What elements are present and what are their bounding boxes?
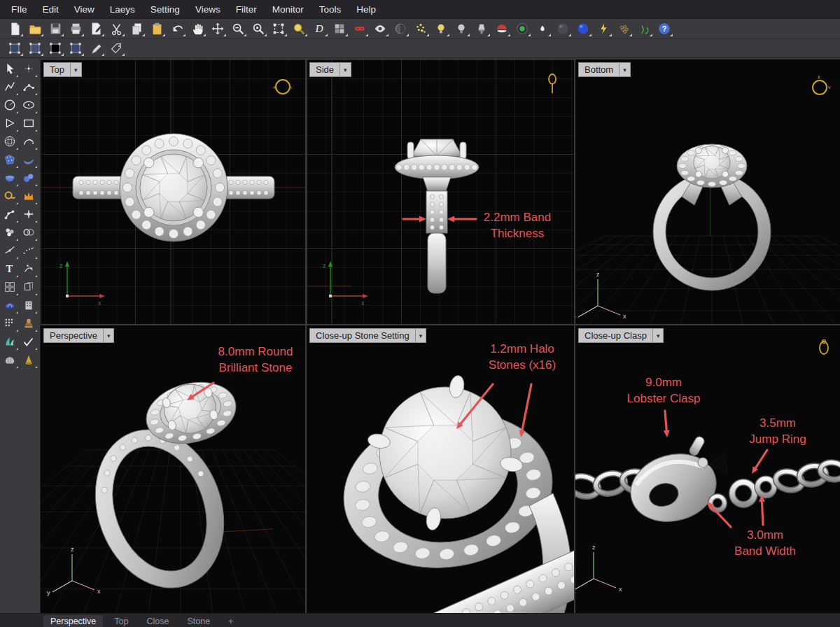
droplet-material-icon[interactable] bbox=[533, 20, 552, 37]
viewport-label-bottom[interactable]: Bottom ▾ bbox=[578, 62, 631, 77]
menu-layers[interactable]: Laeys bbox=[103, 2, 142, 17]
circle-tool-icon[interactable] bbox=[1, 97, 18, 113]
curve-handles-icon[interactable] bbox=[20, 260, 37, 277]
surface-bowl-icon[interactable] bbox=[1, 169, 18, 186]
organic-helper-icon[interactable] bbox=[635, 20, 653, 37]
cut-icon[interactable] bbox=[107, 20, 125, 37]
chevron-down-icon[interactable]: ▾ bbox=[103, 328, 115, 343]
viewport-layout-icon[interactable] bbox=[330, 20, 349, 37]
copy-icon[interactable] bbox=[127, 20, 146, 37]
search-scene-icon[interactable] bbox=[290, 20, 308, 37]
shaded-mode-icon[interactable] bbox=[391, 20, 410, 37]
lightning-icon[interactable] bbox=[594, 20, 612, 37]
menu-help[interactable]: Help bbox=[349, 2, 383, 17]
new-document-icon[interactable] bbox=[6, 20, 24, 37]
select-box-outline-icon[interactable] bbox=[46, 40, 64, 57]
snail-shell-icon[interactable] bbox=[1, 188, 18, 204]
viewport-top[interactable]: zx Top ▾ 4tt bbox=[41, 59, 305, 324]
blob-tool-icon[interactable] bbox=[20, 169, 37, 186]
annotate-export-icon[interactable] bbox=[87, 20, 105, 37]
viewport-label-clasp[interactable]: Close-up Clasp ▾ bbox=[578, 328, 664, 343]
dotted-curve-icon[interactable] bbox=[20, 242, 37, 259]
rectangle-tool-icon[interactable] bbox=[20, 115, 37, 132]
dome-tool-icon[interactable] bbox=[1, 297, 18, 314]
zoom-out-icon[interactable] bbox=[229, 20, 247, 37]
menu-monitor[interactable]: Monitor bbox=[265, 2, 311, 17]
select-box-shaded-icon[interactable] bbox=[26, 40, 44, 57]
select-box-filled-icon[interactable] bbox=[6, 40, 24, 57]
material-red-icon[interactable] bbox=[493, 20, 511, 37]
viewport-side[interactable]: zx Side ▾ 2.2mm Band Thickness bbox=[307, 59, 574, 324]
rotate-view-icon[interactable]: D bbox=[310, 20, 328, 37]
chevron-down-icon[interactable]: ▾ bbox=[340, 62, 351, 77]
add-view-tab-button[interactable]: + bbox=[221, 615, 240, 627]
select-region-icon[interactable] bbox=[270, 20, 288, 37]
viewport-label-stone-setting[interactable]: Close-up Stone Setting ▾ bbox=[309, 328, 426, 343]
menu-setting[interactable]: Setting bbox=[144, 2, 187, 17]
spotlight-icon[interactable] bbox=[472, 20, 491, 37]
menu-file[interactable]: FIle bbox=[4, 2, 34, 17]
view-tab-close[interactable]: Close bbox=[139, 615, 176, 627]
viewport-label-perspective[interactable]: Perspective ▾ bbox=[43, 328, 114, 343]
text-tool-icon[interactable]: T bbox=[1, 260, 18, 277]
menu-filter[interactable]: Filter bbox=[229, 2, 264, 17]
view-tab-perspective[interactable]: Perspective bbox=[43, 615, 103, 627]
chevron-down-icon[interactable]: ▾ bbox=[415, 328, 427, 343]
light-bulb-icon[interactable] bbox=[432, 20, 450, 37]
chevron-down-icon[interactable]: ▾ bbox=[652, 328, 664, 343]
panel-copy-icon[interactable] bbox=[20, 279, 37, 295]
surface-bend-icon[interactable] bbox=[20, 151, 37, 168]
chevron-down-icon[interactable]: ▾ bbox=[70, 62, 82, 77]
zoom-in-icon[interactable] bbox=[249, 20, 267, 37]
display-eye-icon[interactable] bbox=[371, 20, 389, 37]
target-green-icon[interactable] bbox=[513, 20, 531, 37]
surface-patch-icon[interactable] bbox=[1, 151, 18, 168]
building-tool-icon[interactable] bbox=[20, 297, 37, 314]
shell-teal-icon[interactable] bbox=[1, 333, 18, 350]
label-tag-icon[interactable] bbox=[107, 40, 125, 57]
joint-tool-icon[interactable] bbox=[1, 206, 18, 223]
grid-boxes-icon[interactable] bbox=[1, 279, 18, 295]
move-icon[interactable] bbox=[209, 20, 227, 37]
print-icon[interactable] bbox=[66, 20, 85, 37]
gem-cluster-icon[interactable] bbox=[615, 20, 633, 37]
polyline-tool-icon[interactable] bbox=[1, 78, 18, 95]
pan-hand-icon[interactable] bbox=[188, 20, 206, 37]
viewport-bottom[interactable]: zyx Bottom ▾ x̄v bbox=[575, 59, 840, 324]
arc-tool-icon[interactable] bbox=[20, 133, 37, 150]
viewport-label-side[interactable]: Side ▾ bbox=[309, 62, 351, 77]
view-tab-stone[interactable]: Stone bbox=[180, 615, 217, 627]
point-tool-icon[interactable] bbox=[20, 60, 37, 77]
cone-gold-icon[interactable] bbox=[20, 351, 37, 368]
molecule-tool-icon[interactable] bbox=[1, 224, 18, 241]
rings-pair-icon[interactable] bbox=[20, 224, 37, 241]
help-icon[interactable]: ? bbox=[655, 20, 673, 37]
paste-icon[interactable] bbox=[148, 20, 166, 37]
render-strip-icon[interactable] bbox=[351, 20, 369, 37]
pointer-icon[interactable] bbox=[1, 60, 18, 77]
open-folder-icon[interactable] bbox=[26, 20, 44, 37]
check-tool-icon[interactable] bbox=[20, 333, 37, 350]
shell-gray-icon[interactable] bbox=[1, 351, 18, 368]
view-tab-top[interactable]: Top bbox=[107, 615, 135, 627]
array-dots-icon[interactable] bbox=[1, 315, 18, 332]
viewport-stone-setting[interactable]: Close-up Stone Setting ▾ 1.2mm Halo Ston… bbox=[307, 325, 574, 613]
menu-tools[interactable]: Tools bbox=[312, 2, 349, 17]
sphere-blue-icon[interactable] bbox=[574, 20, 592, 37]
menu-view[interactable]: View bbox=[67, 2, 102, 17]
ellipse-tool-icon[interactable] bbox=[20, 97, 37, 113]
menu-edit[interactable]: Edit bbox=[36, 2, 66, 17]
cone-tool-icon[interactable] bbox=[1, 115, 18, 132]
crown-tool-icon[interactable] bbox=[20, 188, 37, 204]
stamp-tool-icon[interactable] bbox=[20, 315, 37, 332]
marker-pen-icon[interactable] bbox=[87, 40, 105, 57]
viewport-label-top[interactable]: Top ▾ bbox=[43, 62, 82, 77]
select-box-corner-icon[interactable] bbox=[66, 40, 85, 57]
menu-views[interactable]: Views bbox=[188, 2, 227, 17]
chevron-down-icon[interactable]: ▾ bbox=[619, 62, 631, 77]
save-icon[interactable] bbox=[46, 20, 64, 37]
sparkle-particles-icon[interactable] bbox=[412, 20, 430, 37]
bulb-off-icon[interactable] bbox=[452, 20, 470, 37]
sphere-matte-icon[interactable] bbox=[554, 20, 572, 37]
axis-tool-icon[interactable] bbox=[20, 206, 37, 223]
